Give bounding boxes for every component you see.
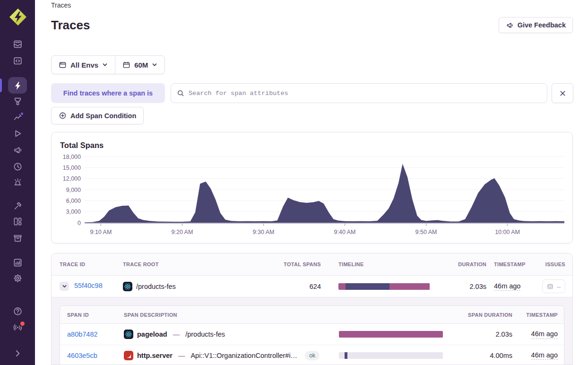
environment-filter-value: All Envs — [70, 61, 98, 69]
archive-icon — [13, 233, 23, 243]
span-search-input[interactable] — [189, 90, 541, 97]
hammer-icon — [13, 201, 23, 211]
clock-icon — [13, 162, 23, 172]
gear-icon — [13, 273, 23, 283]
span-timeline-bar — [339, 331, 443, 338]
svg-text:9:40 AM: 9:40 AM — [334, 229, 356, 235]
nav-issues[interactable] — [11, 37, 24, 51]
svg-text:9:20 AM: 9:20 AM — [172, 229, 193, 235]
svg-text:9:50 AM: 9:50 AM — [415, 229, 437, 235]
col-trace-id: TRACE ID — [60, 261, 123, 267]
span-description: /products-fes — [185, 330, 225, 338]
nav-dashboards[interactable] — [11, 215, 24, 228]
svg-text:6,000: 6,000 — [66, 198, 81, 204]
insights-notification-dot — [20, 112, 24, 116]
add-span-condition-button[interactable]: Add Span Condition — [51, 107, 144, 124]
traces-page: Traces Traces Give Feedback All Envs 60M… — [0, 0, 588, 365]
span-timestamp[interactable]: 46m ago — [531, 351, 558, 360]
flashlight-icon — [13, 96, 23, 106]
nav-settings[interactable] — [11, 271, 24, 285]
span-row: a80b7482 pageload — /products-fes 2.03s … — [60, 324, 564, 345]
add-span-condition-label: Add Span Condition — [70, 112, 136, 120]
trace-duration: 2.03s — [447, 283, 486, 290]
page-title: Traces — [51, 18, 90, 33]
bar-chart-icon — [13, 258, 23, 268]
col-span-timestamp: TIMESTAMP — [512, 312, 558, 318]
svg-text:10:00 AM: 10:00 AM — [495, 229, 520, 235]
window-icon — [59, 61, 67, 69]
col-span-description: SPAN DESCRIPTION — [124, 312, 339, 318]
col-span-id: SPAN ID — [67, 312, 124, 318]
span-row: 4603e5cb http.server — Api::V1::Organiza… — [60, 345, 564, 365]
col-duration: DURATION — [447, 261, 486, 267]
nav-explore[interactable] — [11, 79, 24, 92]
separator: — — [173, 330, 180, 338]
give-feedback-button[interactable]: Give Feedback — [499, 17, 573, 33]
col-span-duration: SPAN DURATION — [452, 312, 512, 318]
react-icon — [124, 330, 133, 339]
spans-table: SPAN ID SPAN DESCRIPTION SPAN DURATION T… — [60, 305, 564, 365]
siren-icon — [13, 177, 23, 187]
find-traces-label: Find traces where a span is — [51, 83, 165, 103]
total-spans-area-chart: 03,0006,0009,00012,00015,00018,0009:10 A… — [52, 132, 573, 243]
svg-text:12,000: 12,000 — [63, 175, 81, 182]
lightning-icon — [13, 81, 23, 91]
nav-stats[interactable] — [11, 256, 24, 269]
active-nav-indicator — [0, 78, 2, 92]
nav-user-feedback[interactable] — [11, 143, 24, 156]
span-timeline-bar — [339, 352, 443, 359]
spans-table-header: SPAN ID SPAN DESCRIPTION SPAN DURATION T… — [60, 306, 564, 324]
span-timestamp[interactable]: 46m ago — [531, 330, 558, 339]
span-id-link[interactable]: a80b7482 — [67, 330, 98, 338]
traces-table-header: TRACE ID TRACE ROOT TOTAL SPANS TIMELINE… — [52, 253, 572, 276]
nav-help[interactable] — [11, 304, 24, 318]
help-icon — [13, 306, 23, 316]
span-search-box — [171, 83, 547, 103]
date-range-filter[interactable]: 60M — [115, 56, 164, 74]
svg-text:9:10 AM: 9:10 AM — [90, 229, 112, 235]
inbox-icon — [547, 283, 553, 290]
total-spans-chart-panel: Total Spans 03,0006,0009,00012,00015,000… — [51, 132, 573, 243]
close-icon — [559, 90, 566, 97]
megaphone-icon — [13, 145, 23, 155]
nav-crons[interactable] — [11, 160, 24, 173]
app-logo[interactable] — [9, 8, 27, 26]
total-spans-value: 624 — [274, 283, 321, 290]
nav-collapse[interactable] — [11, 347, 24, 360]
svg-text:18,000: 18,000 — [63, 154, 81, 160]
span-id-link[interactable]: 4603e5cb — [67, 352, 97, 359]
svg-text:9:30 AM: 9:30 AM — [253, 229, 275, 235]
col-trace-root: TRACE ROOT — [123, 261, 274, 267]
trace-timeline-bar — [338, 283, 442, 290]
trace-issues-badge: – — [542, 279, 565, 293]
svg-text:0: 0 — [78, 220, 81, 226]
col-total-spans: TOTAL SPANS — [274, 261, 321, 267]
traces-table: TRACE ID TRACE ROOT TOTAL SPANS TIMELINE… — [51, 253, 573, 365]
nav-toolbox[interactable] — [11, 199, 24, 212]
react-icon — [123, 282, 132, 291]
trace-id-link[interactable]: 55f40c98 — [74, 282, 103, 289]
separator: — — [178, 352, 185, 359]
nav-replays[interactable] — [11, 127, 24, 140]
collapse-trace-button[interactable] — [60, 282, 69, 291]
chevron-down-icon — [102, 62, 108, 68]
give-feedback-label: Give Feedback — [518, 21, 566, 29]
nav-releases[interactable] — [11, 231, 24, 244]
nav-alerts[interactable] — [11, 175, 24, 189]
breadcrumb[interactable]: Traces — [51, 1, 71, 9]
inbox-icon — [13, 39, 23, 49]
trace-timestamp[interactable]: 46m ago — [494, 282, 520, 291]
environment-filter[interactable]: All Envs — [52, 56, 115, 74]
col-timestamp: TIMESTAMP — [486, 261, 538, 267]
nav-projects[interactable] — [11, 54, 24, 67]
sidebar — [0, 0, 35, 365]
ruby-icon — [124, 351, 133, 360]
nav-profiling[interactable] — [11, 95, 24, 108]
col-issues: ISSUES — [538, 261, 565, 267]
date-range-filter-value: 60M — [134, 61, 148, 69]
page-filter-bar: All Envs 60M — [51, 55, 165, 74]
plus-circle-icon — [59, 112, 67, 120]
chevron-down-icon — [62, 284, 67, 289]
clear-search-button[interactable] — [552, 83, 573, 103]
expanded-trace-panel: SPAN ID SPAN DESCRIPTION SPAN DURATION T… — [52, 297, 572, 365]
